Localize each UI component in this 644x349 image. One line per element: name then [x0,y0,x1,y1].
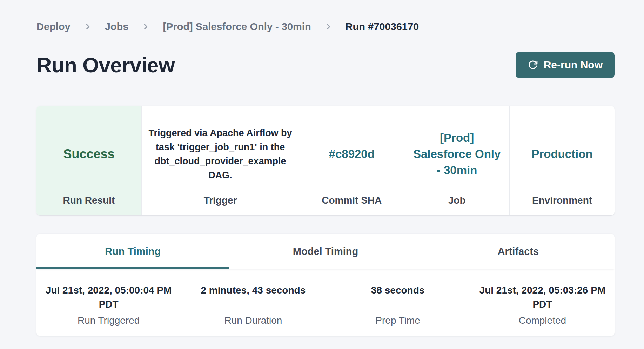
commit-sha-cell: #c8920d Commit SHA [299,106,404,215]
environment-label: Environment [510,195,615,215]
environment-link[interactable]: Production [531,146,592,162]
breadcrumb-job-name[interactable]: [Prod] Salesforce Only - 30min [163,20,311,33]
run-duration-label: Run Duration [224,315,282,326]
chevron-right-icon [142,23,149,31]
breadcrumb-current-run: Run #70036170 [346,20,419,33]
run-timing-panel: Jul 21st, 2022, 05:00:04 PM PDT Run Trig… [36,269,615,336]
run-triggered-cell: Jul 21st, 2022, 05:00:04 PM PDT Run Trig… [36,269,181,336]
run-summary-card: Success Run Result Triggered via Apache … [36,106,615,215]
prep-time-cell: 38 seconds Prep Time [326,269,470,336]
breadcrumb-jobs[interactable]: Jobs [105,20,129,33]
run-result-label: Run Result [36,195,141,215]
breadcrumb: Deploy Jobs [Prod] Salesforce Only - 30m… [36,20,615,33]
environment-cell: Production Environment [510,106,615,215]
run-detail-card: Run Timing Model Timing Artifacts Jul 21… [36,234,615,336]
prep-time-value: 38 seconds [371,283,425,311]
redo-icon [528,60,538,70]
run-duration-cell: 2 minutes, 43 seconds Run Duration [181,269,326,336]
commit-sha-label: Commit SHA [299,195,404,215]
page-title: Run Overview [36,53,175,77]
chevron-right-icon [324,23,332,31]
completed-label: Completed [519,315,566,326]
tab-model-timing[interactable]: Model Timing [229,234,422,269]
commit-sha-link[interactable]: #c8920d [329,146,375,162]
tab-bar: Run Timing Model Timing Artifacts [36,234,615,269]
run-triggered-label: Run Triggered [78,315,140,326]
breadcrumb-deploy[interactable]: Deploy [36,20,71,33]
tab-run-timing[interactable]: Run Timing [36,234,229,269]
trigger-value: Triggered via Apache Airflow by task 'tr… [147,126,293,182]
run-triggered-value: Jul 21st, 2022, 05:00:04 PM PDT [39,283,179,311]
rerun-now-label: Re-run Now [544,59,603,71]
job-label: Job [404,195,509,215]
trigger-cell: Triggered via Apache Airflow by task 'tr… [142,106,299,215]
run-duration-value: 2 minutes, 43 seconds [201,283,306,311]
run-result-cell: Success Run Result [36,106,142,215]
run-overview-page: Deploy Jobs [Prod] Salesforce Only - 30m… [0,0,644,349]
run-result-value: Success [63,147,114,162]
completed-value: Jul 21st, 2022, 05:03:26 PM PDT [472,283,612,311]
page-header: Run Overview Re-run Now [36,52,615,78]
job-cell: [Prod] Salesforce Only - 30min Job [404,106,510,215]
completed-cell: Jul 21st, 2022, 05:03:26 PM PDT Complete… [470,269,615,336]
rerun-now-button[interactable]: Re-run Now [516,52,615,78]
tab-artifacts[interactable]: Artifacts [422,234,615,269]
prep-time-label: Prep Time [375,315,420,326]
job-link[interactable]: [Prod] Salesforce Only - 30min [410,130,504,178]
chevron-right-icon [84,23,92,31]
trigger-label: Trigger [142,195,299,215]
